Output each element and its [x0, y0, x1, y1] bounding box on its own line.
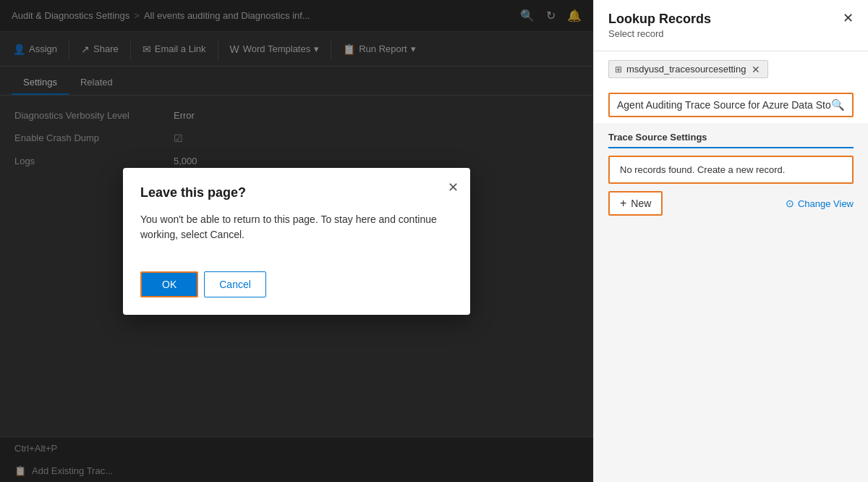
dialog-overlay: ✕ Leave this page? You won't be able to … — [0, 0, 593, 482]
lookup-header: Lookup Records Select record ✕ — [594, 0, 868, 51]
lookup-actions-row: + New ⊙ Change View — [594, 184, 868, 223]
lookup-tag: ⊞ msdyusd_tracesourcesetting ✕ — [608, 60, 768, 78]
lookup-title: Lookup Records — [608, 12, 711, 27]
lookup-title-block: Lookup Records Select record — [608, 12, 711, 39]
leave-page-dialog: ✕ Leave this page? You won't be able to … — [123, 168, 470, 315]
lookup-close-button[interactable]: ✕ — [843, 12, 854, 25]
lookup-tag-row: ⊞ msdyusd_tracesourcesetting ✕ — [594, 51, 868, 87]
trace-section: Trace Source Settings — [594, 123, 868, 156]
lookup-tag-icon: ⊞ — [615, 64, 622, 75]
change-view-button[interactable]: ⊙ Change View — [786, 198, 854, 209]
no-records-message: No records found. Create a new record. — [620, 164, 785, 175]
dialog-message: You won't be able to return to this page… — [140, 212, 453, 242]
dialog-ok-button[interactable]: OK — [140, 271, 198, 297]
new-record-label: New — [631, 198, 651, 209]
lookup-subtitle: Select record — [608, 28, 711, 39]
new-record-button[interactable]: + New — [608, 191, 663, 216]
dialog-title: Leave this page? — [140, 185, 453, 200]
trace-section-title: Trace Source Settings — [608, 132, 854, 148]
lookup-panel: Lookup Records Select record ✕ ⊞ msdyusd… — [593, 0, 868, 482]
lookup-tag-label: msdyusd_tracesourcesetting — [626, 64, 746, 75]
dialog-buttons: OK Cancel — [140, 271, 453, 297]
lookup-search-input[interactable] — [617, 99, 831, 111]
lookup-search-icon[interactable]: 🔍 — [831, 98, 845, 111]
lookup-search-box: 🔍 — [608, 93, 854, 117]
dialog-cancel-button[interactable]: Cancel — [204, 271, 266, 297]
change-view-label: Change View — [798, 198, 854, 209]
change-view-icon: ⊙ — [786, 198, 794, 209]
lookup-search-row: 🔍 — [594, 87, 868, 123]
new-record-icon: + — [620, 197, 626, 210]
lookup-tag-remove-button[interactable]: ✕ — [750, 64, 762, 75]
dialog-close-button[interactable]: ✕ — [448, 179, 459, 195]
no-records-box: No records found. Create a new record. — [608, 156, 854, 184]
